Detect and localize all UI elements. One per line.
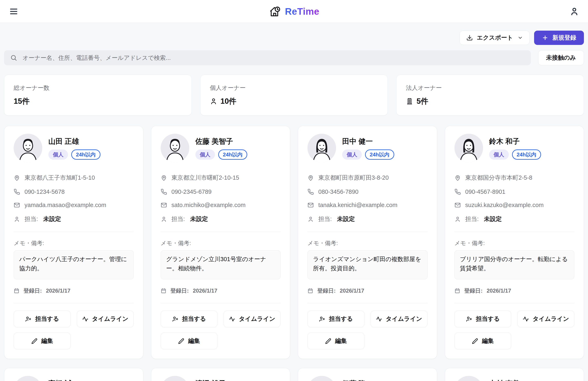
search-box: [4, 50, 531, 65]
memo-box: ブリリア国分寺のオーナー。転勤による賃貸希望。: [455, 250, 574, 279]
registered-date: 2026/1/17: [340, 288, 364, 294]
assignee-row: 担当: 未設定: [161, 215, 281, 223]
new-registration-label: 新規登録: [552, 34, 576, 42]
avatar: [308, 376, 336, 381]
menu-button[interactable]: [8, 5, 20, 17]
owner-name: 山田 正雄: [48, 137, 101, 146]
divider: [308, 232, 427, 232]
owner-type-badge: 個人: [195, 149, 215, 160]
uncontacted-filter-button[interactable]: 未接触のみ: [538, 50, 584, 65]
address-row: 東京都国分寺市本町2-5-8: [455, 174, 574, 182]
assign-button-label: 担当する: [329, 315, 353, 323]
person-icon: [308, 216, 314, 222]
mail-icon: [308, 202, 314, 208]
edit-button[interactable]: 編集: [308, 333, 364, 349]
stat-label: 総オーナー数: [14, 84, 182, 92]
owner-card-header: 山田 正雄 個人 24h以内: [14, 134, 134, 162]
timeline-button-label: タイムライン: [386, 315, 422, 323]
top-bar: ReTime: [0, 0, 588, 23]
mail-icon: [14, 202, 20, 208]
timeline-button[interactable]: タイムライン: [77, 311, 134, 327]
divider: [455, 232, 574, 232]
memo-label: メモ・備考:: [161, 239, 281, 247]
phone-row: 090-1234-5678: [14, 189, 134, 195]
response-time-badge: 24h以内: [365, 149, 394, 160]
owner-name: 鈴木 和子: [489, 137, 541, 146]
divider: [161, 232, 281, 232]
assign-button-label: 担当する: [182, 315, 206, 323]
owner-identity: 高橋 誠 個人 24h以内: [48, 379, 101, 381]
pencil-icon: [178, 338, 184, 344]
activity-icon: [82, 316, 88, 322]
user-plus-icon: [319, 316, 325, 322]
edit-button[interactable]: 編集: [455, 333, 511, 349]
owner-card: 伊藤 隆 個人 24h以内: [298, 368, 437, 381]
memo-box: パークハイツ八王子のオーナー。管理に協力的。: [14, 250, 134, 279]
registered-date-row: 登録日: 2026/1/17: [161, 287, 281, 295]
owner-identity: 中村 恵美 個人 24h以内: [489, 379, 541, 381]
owner-identity: 渡辺 裕子 個人 24h以内: [195, 379, 248, 381]
pencil-icon: [472, 338, 478, 344]
timeline-button[interactable]: タイムライン: [517, 311, 574, 327]
owner-identity: 佐藤 美智子 個人 24h以内: [195, 137, 248, 160]
main-content: エクスポート 新規登録 未接触のみ 総オーナー数 15件: [0, 31, 588, 381]
assign-button[interactable]: 担当する: [308, 311, 364, 327]
owner-identity: 山田 正雄 個人 24h以内: [48, 137, 101, 160]
owner-card: 山田 正雄 個人 24h以内 東京都八王子市旭町1-5-10 090-1234-…: [4, 126, 143, 359]
divider: [308, 303, 427, 303]
owner-details: 東京都八王子市旭町1-5-10 090-1234-5678 yamada.mas…: [14, 174, 134, 223]
phone-icon: [14, 189, 20, 195]
edit-button[interactable]: 編集: [161, 333, 218, 349]
search-icon: [10, 54, 17, 61]
person-icon: [455, 216, 461, 222]
registered-date: 2026/1/17: [193, 288, 217, 294]
owner-type-badge: 個人: [342, 149, 362, 160]
address-row: 東京都立川市曙町2-10-15: [161, 174, 281, 182]
timeline-button[interactable]: タイムライン: [371, 311, 427, 327]
owner-phone: 090-1234-5678: [24, 189, 65, 195]
export-button[interactable]: エクスポート: [460, 31, 530, 45]
memo-box: ライオンズマンション町田の複数部屋を所有。投資目的。: [308, 250, 427, 279]
assign-button-label: 担当する: [476, 315, 500, 323]
owner-type-badge: 個人: [489, 149, 509, 160]
address-row: 東京都町田市原町田3-8-20: [308, 174, 427, 182]
phone-icon: [455, 189, 461, 195]
edit-button[interactable]: 編集: [14, 333, 71, 349]
divider: [14, 303, 134, 303]
profile-button[interactable]: [568, 5, 580, 17]
owner-phone: 080-3456-7890: [318, 189, 358, 195]
memo-label: メモ・備考:: [14, 239, 134, 247]
timeline-button[interactable]: タイムライン: [224, 311, 280, 327]
stat-card-individual-owners: 個人オーナー 10件: [200, 75, 388, 116]
search-input[interactable]: [4, 50, 531, 65]
assign-button-label: 担当する: [35, 315, 59, 323]
registered-label: 登録日:: [23, 287, 42, 295]
owner-actions: 担当する タイムライン 編集: [455, 311, 574, 349]
person-icon: [210, 98, 217, 105]
owner-card-header: 鈴木 和子 個人 24h以内: [455, 134, 574, 162]
owner-grid: 山田 正雄 個人 24h以内 東京都八王子市旭町1-5-10 090-1234-…: [4, 126, 584, 381]
assignee-value: 未設定: [484, 215, 502, 223]
assign-button[interactable]: 担当する: [455, 311, 511, 327]
owner-email: tanaka.kenichi@example.com: [318, 202, 397, 209]
assignee-row: 担当: 未設定: [14, 215, 134, 223]
assign-button[interactable]: 担当する: [14, 311, 71, 327]
divider: [14, 232, 134, 232]
new-registration-button[interactable]: 新規登録: [534, 31, 584, 45]
edit-button-label: 編集: [188, 337, 200, 345]
user-plus-icon: [172, 316, 178, 322]
assign-button[interactable]: 担当する: [161, 311, 218, 327]
owner-card-header: 佐藤 美智子 個人 24h以内: [161, 134, 281, 162]
avatar: [161, 376, 189, 381]
divider: [161, 303, 281, 303]
user-icon: [570, 7, 579, 16]
response-time-badge: 24h以内: [512, 149, 541, 160]
chevron-down-icon: [518, 35, 523, 41]
user-plus-icon: [466, 316, 472, 322]
export-button-label: エクスポート: [477, 34, 513, 42]
owner-actions: 担当する タイムライン 編集: [14, 311, 134, 349]
calendar-icon: [455, 288, 460, 294]
memo-label: メモ・備考:: [308, 239, 427, 247]
owner-identity: 田中 健一 個人 24h以内: [342, 137, 394, 160]
app-logo: ReTime: [269, 5, 319, 18]
